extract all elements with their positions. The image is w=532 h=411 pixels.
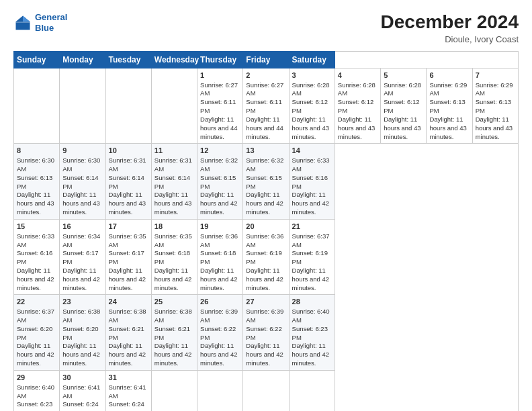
table-row: 18Sunrise: 6:35 AMSunset: 6:18 PMDayligh… [151, 219, 197, 295]
table-row [105, 68, 151, 144]
logo: General Blue [13, 12, 67, 33]
day-number: 14 [292, 146, 332, 156]
calendar-header-row: Sunday Monday Tuesday Wednesday Thursday… [14, 51, 519, 68]
day-number: 23 [62, 297, 102, 307]
table-row: 5Sunrise: 6:28 AMSunset: 6:12 PMDaylight… [381, 68, 427, 144]
table-row: 13Sunrise: 6:32 AMSunset: 6:15 PMDayligh… [243, 144, 289, 220]
day-number: 5 [384, 71, 423, 81]
table-row: 29Sunrise: 6:40 AMSunset: 6:23 PMDayligh… [14, 370, 60, 411]
table-row: 25Sunrise: 6:38 AMSunset: 6:21 PMDayligh… [151, 295, 197, 371]
table-row: 10Sunrise: 6:31 AMSunset: 6:14 PMDayligh… [105, 144, 151, 220]
table-row: 27Sunrise: 6:39 AMSunset: 6:22 PMDayligh… [243, 295, 289, 371]
table-row [14, 68, 60, 144]
day-number: 22 [17, 297, 56, 307]
day-number: 24 [109, 297, 148, 307]
day-number: 21 [292, 222, 332, 232]
subtitle: Dioule, Ivory Coast [381, 34, 519, 44]
table-row: 23Sunrise: 6:38 AMSunset: 6:20 PMDayligh… [60, 295, 105, 371]
day-number: 12 [200, 146, 240, 156]
calendar-table: Sunday Monday Tuesday Wednesday Thursday… [13, 51, 519, 411]
table-row: 1Sunrise: 6:27 AMSunset: 6:11 PMDaylight… [197, 68, 243, 144]
day-number: 17 [109, 222, 148, 232]
table-row: 3Sunrise: 6:28 AMSunset: 6:12 PMDaylight… [289, 68, 335, 144]
table-row: 14Sunrise: 6:33 AMSunset: 6:16 PMDayligh… [289, 144, 335, 220]
day-number: 6 [429, 71, 469, 81]
table-row: 30Sunrise: 6:41 AMSunset: 6:24 PMDayligh… [60, 370, 105, 411]
title-block: December 2024 Dioule, Ivory Coast [381, 12, 519, 44]
header: General Blue December 2024 Dioule, Ivory… [13, 12, 519, 44]
day-number: 8 [17, 146, 56, 156]
day-number: 1 [200, 71, 240, 81]
table-row: 7Sunrise: 6:29 AMSunset: 6:13 PMDaylight… [472, 68, 518, 144]
day-number: 28 [292, 297, 332, 307]
table-row [151, 370, 197, 411]
col-thursday: Thursday [197, 51, 243, 68]
table-row: 11Sunrise: 6:31 AMSunset: 6:14 PMDayligh… [151, 144, 197, 220]
calendar-week-row: 22Sunrise: 6:37 AMSunset: 6:20 PMDayligh… [14, 295, 519, 371]
table-row: 22Sunrise: 6:37 AMSunset: 6:20 PMDayligh… [14, 295, 60, 371]
main-title: December 2024 [381, 12, 519, 33]
day-number: 10 [109, 146, 148, 156]
day-number: 9 [62, 146, 102, 156]
logo-line1: General [35, 12, 67, 22]
page: General Blue December 2024 Dioule, Ivory… [0, 0, 532, 411]
day-number: 30 [62, 373, 102, 383]
table-row [289, 370, 335, 411]
table-row: 9Sunrise: 6:30 AMSunset: 6:14 PMDaylight… [60, 144, 105, 220]
calendar-week-row: 1Sunrise: 6:27 AMSunset: 6:11 PMDaylight… [14, 68, 519, 144]
col-tuesday: Tuesday [105, 51, 151, 68]
logo-text: General Blue [35, 12, 67, 33]
day-number: 20 [246, 222, 285, 232]
logo-icon [13, 13, 32, 32]
table-row [197, 370, 243, 411]
table-row: 21Sunrise: 6:37 AMSunset: 6:19 PMDayligh… [289, 219, 335, 295]
table-row: 6Sunrise: 6:29 AMSunset: 6:13 PMDaylight… [427, 68, 472, 144]
table-row: 15Sunrise: 6:33 AMSunset: 6:16 PMDayligh… [14, 219, 60, 295]
table-row: 20Sunrise: 6:36 AMSunset: 6:19 PMDayligh… [243, 219, 289, 295]
day-number: 16 [62, 222, 102, 232]
day-number: 4 [338, 71, 378, 81]
day-number: 11 [154, 146, 194, 156]
table-row: 24Sunrise: 6:38 AMSunset: 6:21 PMDayligh… [105, 295, 151, 371]
col-sunday: Sunday [14, 51, 60, 68]
day-number: 13 [246, 146, 285, 156]
table-row: 2Sunrise: 6:27 AMSunset: 6:11 PMDaylight… [243, 68, 289, 144]
calendar-week-row: 8Sunrise: 6:30 AMSunset: 6:13 PMDaylight… [14, 144, 519, 220]
day-number: 27 [246, 297, 285, 307]
table-row: 17Sunrise: 6:35 AMSunset: 6:17 PMDayligh… [105, 219, 151, 295]
col-saturday: Saturday [289, 51, 335, 68]
table-row: 19Sunrise: 6:36 AMSunset: 6:18 PMDayligh… [197, 219, 243, 295]
col-friday: Friday [243, 51, 289, 68]
svg-marker-1 [23, 15, 30, 21]
day-number: 7 [476, 71, 515, 81]
table-row: 12Sunrise: 6:32 AMSunset: 6:15 PMDayligh… [197, 144, 243, 220]
table-row [60, 68, 105, 144]
day-number: 19 [200, 222, 240, 232]
table-row: 16Sunrise: 6:34 AMSunset: 6:17 PMDayligh… [60, 219, 105, 295]
table-row [243, 370, 289, 411]
col-wednesday: Wednesday [151, 51, 197, 68]
day-number: 2 [246, 71, 285, 81]
svg-rect-2 [16, 21, 30, 23]
table-row [151, 68, 197, 144]
col-monday: Monday [60, 51, 105, 68]
day-number: 3 [292, 71, 332, 81]
table-row: 4Sunrise: 6:28 AMSunset: 6:12 PMDaylight… [335, 68, 380, 144]
calendar-week-row: 29Sunrise: 6:40 AMSunset: 6:23 PMDayligh… [14, 370, 519, 411]
calendar-week-row: 15Sunrise: 6:33 AMSunset: 6:16 PMDayligh… [14, 219, 519, 295]
logo-line2: Blue [35, 23, 54, 33]
table-row: 8Sunrise: 6:30 AMSunset: 6:13 PMDaylight… [14, 144, 60, 220]
table-row: 26Sunrise: 6:39 AMSunset: 6:22 PMDayligh… [197, 295, 243, 371]
day-number: 25 [154, 297, 194, 307]
table-row: 28Sunrise: 6:40 AMSunset: 6:23 PMDayligh… [289, 295, 335, 371]
day-number: 26 [200, 297, 240, 307]
table-row: 31Sunrise: 6:41 AMSunset: 6:24 PMDayligh… [105, 370, 151, 411]
day-number: 29 [17, 373, 56, 383]
day-number: 31 [109, 373, 148, 383]
day-number: 18 [154, 222, 194, 232]
day-number: 15 [17, 222, 56, 232]
